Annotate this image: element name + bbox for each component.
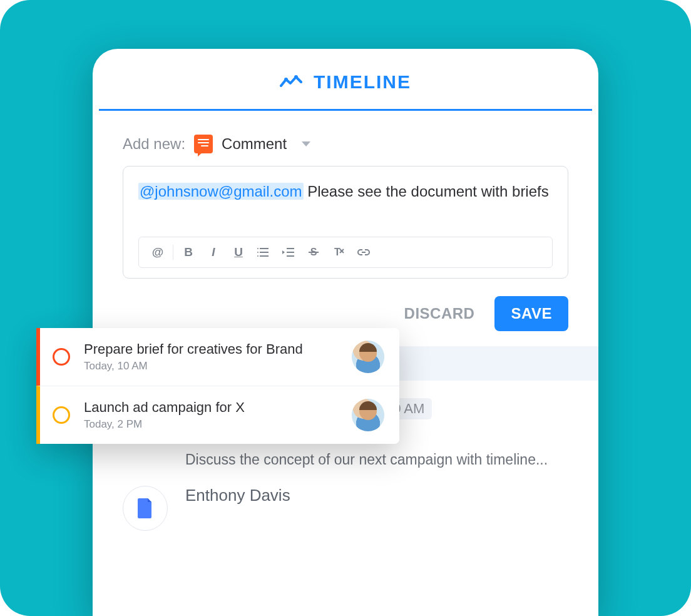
format-toolbar: @ B I U S T [138, 237, 553, 268]
add-new-type[interactable]: Comment [222, 135, 287, 153]
suggestion-item[interactable]: Launch ad campaign for X Today, 2 PM [36, 386, 399, 444]
svg-text:T: T [334, 247, 340, 257]
task-suggestions-popup: Prepare brief for creatives for Brand To… [36, 328, 399, 444]
timeline-icon [280, 74, 302, 90]
priority-ring-icon [53, 348, 70, 366]
composer-body[interactable]: Please see the document with briefs [304, 183, 549, 200]
list-button[interactable] [251, 242, 276, 262]
suggestion-time: Today, 2 PM [84, 418, 338, 431]
suggestion-title: Launch ad campaign for X [84, 399, 338, 416]
add-new-label: Add new: [123, 135, 185, 153]
assignee-avatar [352, 399, 384, 431]
chevron-down-icon[interactable] [302, 141, 310, 146]
bold-button[interactable]: B [176, 242, 201, 262]
panel-header: TIMELINE [93, 49, 598, 109]
suggestion-item[interactable]: Prepare brief for creatives for Brand To… [36, 328, 399, 386]
outdent-button[interactable] [276, 242, 301, 262]
suggestion-title: Prepare brief for creatives for Brand [84, 341, 338, 357]
mention-button[interactable]: @ [145, 242, 170, 262]
mention-chip[interactable]: @johnsnow@gmail.com [138, 183, 304, 200]
svg-point-2 [257, 248, 258, 249]
svg-point-1 [294, 75, 298, 79]
link-button[interactable] [351, 242, 376, 262]
document-icon [123, 486, 168, 531]
entry-description: Discuss the concept of our next campaign… [185, 451, 568, 468]
svg-point-3 [257, 252, 258, 253]
underline-button[interactable]: U [226, 242, 251, 262]
suggestion-time: Today, 10 AM [84, 360, 338, 372]
priority-ring-icon [53, 406, 70, 424]
comment-icon [194, 135, 213, 153]
composer-text[interactable]: @johnsnow@gmail.com Please see the docum… [138, 180, 553, 203]
discard-button[interactable]: DISCARD [398, 296, 481, 331]
svg-point-0 [284, 78, 288, 81]
clear-format-button[interactable]: T [326, 242, 351, 262]
strikethrough-button[interactable]: S [301, 242, 326, 262]
comment-composer[interactable]: @johnsnow@gmail.com Please see the docum… [123, 166, 568, 279]
add-new-row: Add new: Comment [123, 135, 568, 153]
composer-actions: DISCARD SAVE [123, 296, 568, 331]
entry-author: Enthony Davis [185, 486, 290, 505]
assignee-avatar [352, 341, 384, 373]
app-backdrop: TIMELINE Add new: Comment @johnsnow@gmai… [0, 0, 691, 616]
toolbar-separator [173, 245, 173, 260]
timeline-entry[interactable]: Enthony Davis [123, 468, 568, 531]
svg-point-4 [257, 255, 258, 257]
panel-title: TIMELINE [314, 71, 411, 93]
save-button[interactable]: SAVE [494, 296, 568, 331]
italic-button[interactable]: I [201, 242, 226, 262]
